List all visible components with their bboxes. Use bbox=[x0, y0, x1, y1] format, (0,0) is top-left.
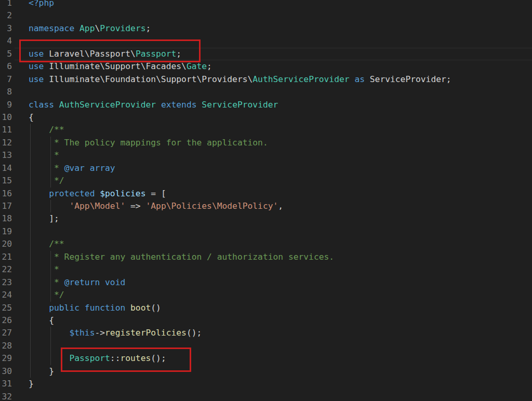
code-token: extends bbox=[161, 100, 197, 110]
code-line-11[interactable]: 11 /** bbox=[0, 124, 532, 136]
code-text[interactable]: */ bbox=[29, 175, 64, 187]
code-text[interactable]: } bbox=[29, 365, 54, 378]
line-number[interactable]: 14 bbox=[0, 162, 12, 175]
code-text[interactable]: namespace App\Providers; bbox=[29, 22, 151, 35]
code-line-26[interactable]: 26 { bbox=[0, 314, 532, 327]
line-number[interactable]: 20 bbox=[0, 238, 12, 250]
line-number[interactable]: 29 bbox=[0, 352, 12, 365]
code-text[interactable]: * @var array bbox=[29, 162, 115, 175]
code-token: * bbox=[29, 277, 64, 287]
code-line-29[interactable]: 29 Passport::routes(); bbox=[0, 352, 532, 365]
code-line-19[interactable]: 19 bbox=[0, 225, 532, 238]
line-number[interactable]: 6 bbox=[0, 60, 12, 73]
code-line-30[interactable]: 30 } bbox=[0, 365, 532, 378]
code-line-22[interactable]: 22 * bbox=[0, 263, 532, 276]
code-token bbox=[125, 303, 130, 313]
code-line-17[interactable]: 17 'App\Model' => 'App\Policies\ModelPol… bbox=[0, 200, 532, 212]
code-line-9[interactable]: 9class AuthServiceProvider extends Servi… bbox=[0, 99, 532, 111]
code-line-25[interactable]: 25 public function boot() bbox=[0, 302, 532, 314]
line-number[interactable]: 8 bbox=[0, 86, 12, 98]
line-number[interactable]: 9 bbox=[0, 99, 12, 111]
line-number[interactable]: 24 bbox=[0, 289, 12, 301]
code-line-3[interactable]: 3namespace App\Providers; bbox=[0, 22, 532, 35]
code-line-15[interactable]: 15 */ bbox=[0, 175, 532, 187]
line-number[interactable]: 12 bbox=[0, 137, 12, 149]
line-number[interactable]: 27 bbox=[0, 327, 12, 339]
line-number[interactable]: 21 bbox=[0, 251, 12, 263]
line-number[interactable]: 25 bbox=[0, 302, 12, 314]
code-line-21[interactable]: 21 * Register any authentication / autho… bbox=[0, 251, 532, 263]
line-number[interactable]: 28 bbox=[0, 340, 12, 352]
code-line-14[interactable]: 14 * @var array bbox=[0, 162, 532, 175]
code-text[interactable]: * Register any authentication / authoriz… bbox=[29, 251, 334, 263]
code-line-31[interactable]: 31} bbox=[0, 378, 532, 390]
line-number[interactable]: 22 bbox=[0, 263, 12, 276]
code-text[interactable]: use Illuminate\Support\Facades\Gate; bbox=[29, 60, 212, 73]
line-number[interactable]: 18 bbox=[0, 212, 12, 225]
line-number[interactable]: 3 bbox=[0, 22, 12, 35]
code-text[interactable]: Passport::routes(); bbox=[29, 352, 166, 365]
code-line-5[interactable]: 5use Laravel\Passport\Passport; bbox=[0, 48, 532, 60]
line-number[interactable]: 13 bbox=[0, 149, 12, 162]
code-text[interactable]: { bbox=[29, 111, 34, 124]
code-text[interactable]: { bbox=[29, 314, 54, 327]
line-number[interactable]: 19 bbox=[0, 225, 12, 238]
code-text[interactable]: /** bbox=[29, 124, 64, 136]
code-line-27[interactable]: 27 $this->registerPolicies(); bbox=[0, 327, 532, 339]
code-text[interactable]: } bbox=[29, 378, 34, 390]
line-number[interactable]: 5 bbox=[0, 48, 12, 60]
code-text[interactable]: */ bbox=[29, 289, 64, 301]
line-number[interactable]: 4 bbox=[0, 35, 12, 47]
code-line-8[interactable]: 8 bbox=[0, 86, 532, 98]
code-token: @return void bbox=[64, 277, 126, 287]
line-number[interactable]: 2 bbox=[0, 9, 12, 22]
code-token: AuthServiceProvider bbox=[59, 100, 156, 110]
line-number[interactable]: 1 bbox=[0, 0, 12, 9]
code-text[interactable]: class AuthServiceProvider extends Servic… bbox=[29, 99, 278, 111]
code-line-4[interactable]: 4 bbox=[0, 35, 532, 47]
code-token: 'App\Policies\ModelPolicy' bbox=[145, 201, 278, 211]
code-text[interactable]: * bbox=[29, 149, 59, 162]
code-text[interactable]: <?php bbox=[29, 0, 54, 9]
code-token bbox=[54, 100, 59, 110]
code-text[interactable]: use Laravel\Passport\Passport; bbox=[29, 48, 181, 60]
code-line-7[interactable]: 7use Illuminate\Foundation\Support\Provi… bbox=[0, 73, 532, 86]
code-line-16[interactable]: 16 protected $policies = [ bbox=[0, 188, 532, 200]
code-line-2[interactable]: 2 bbox=[0, 9, 532, 22]
code-text[interactable]: use Illuminate\Foundation\Support\Provid… bbox=[29, 73, 451, 86]
line-number[interactable]: 11 bbox=[0, 124, 12, 136]
line-number[interactable]: 31 bbox=[0, 378, 12, 390]
code-line-1[interactable]: 1<?php bbox=[0, 0, 532, 9]
line-number[interactable]: 23 bbox=[0, 276, 12, 289]
code-line-23[interactable]: 23 * @return void bbox=[0, 276, 532, 289]
code-line-13[interactable]: 13 * bbox=[0, 149, 532, 162]
code-text[interactable]: public function boot() bbox=[29, 302, 161, 314]
code-text[interactable]: * The policy mappings for the applicatio… bbox=[29, 137, 268, 149]
line-number[interactable]: 32 bbox=[0, 391, 12, 401]
code-token: as bbox=[354, 74, 365, 84]
line-number[interactable]: 30 bbox=[0, 365, 12, 378]
code-line-6[interactable]: 6use Illuminate\Support\Facades\Gate; bbox=[0, 60, 532, 73]
code-line-28[interactable]: 28 bbox=[0, 340, 532, 352]
line-number[interactable]: 17 bbox=[0, 200, 12, 212]
code-text[interactable]: protected $policies = [ bbox=[29, 188, 166, 200]
code-token bbox=[156, 100, 161, 110]
line-number[interactable]: 7 bbox=[0, 73, 12, 86]
code-line-32[interactable]: 32 bbox=[0, 391, 532, 401]
line-number[interactable]: 26 bbox=[0, 314, 12, 327]
code-token: * bbox=[29, 150, 59, 160]
code-text[interactable]: $this->registerPolicies(); bbox=[29, 327, 202, 339]
code-line-24[interactable]: 24 */ bbox=[0, 289, 532, 301]
code-line-12[interactable]: 12 * The policy mappings for the applica… bbox=[0, 137, 532, 149]
code-text[interactable]: * @return void bbox=[29, 276, 125, 289]
line-number[interactable]: 10 bbox=[0, 111, 12, 124]
line-number[interactable]: 15 bbox=[0, 175, 12, 187]
code-line-10[interactable]: 10{ bbox=[0, 111, 532, 124]
line-number[interactable]: 16 bbox=[0, 188, 12, 200]
code-text[interactable]: ]; bbox=[29, 212, 59, 225]
code-text[interactable]: /** bbox=[29, 238, 64, 250]
code-text[interactable]: * bbox=[29, 263, 59, 276]
code-line-20[interactable]: 20 /** bbox=[0, 238, 532, 250]
code-line-18[interactable]: 18 ]; bbox=[0, 212, 532, 225]
code-text[interactable]: 'App\Model' => 'App\Policies\ModelPolicy… bbox=[29, 200, 283, 212]
